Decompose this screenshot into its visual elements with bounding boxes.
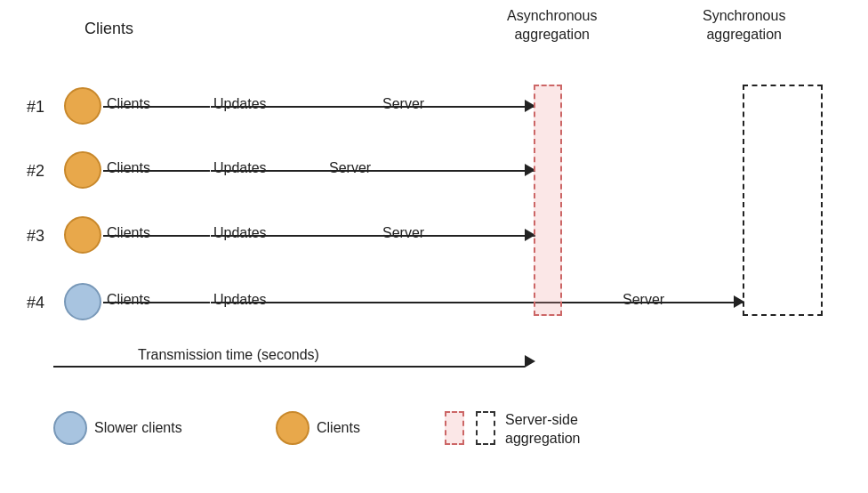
server2-label: Server (329, 160, 371, 176)
client4-label: Clients (107, 292, 150, 308)
row1-line2 (211, 106, 380, 108)
clients-header: Clients (84, 20, 133, 38)
row2-line3 (326, 170, 535, 172)
row2-line1 (103, 170, 210, 172)
client1-circle (64, 87, 101, 125)
server4-label: Server (623, 292, 664, 308)
sync-agg-box (743, 85, 823, 316)
client2-circle (64, 151, 101, 189)
client3-circle (64, 216, 101, 254)
diagram: Clients Asynchronous aggregation Synchro… (0, 0, 868, 493)
row3-line3 (380, 235, 535, 237)
row3-line1 (103, 235, 210, 237)
row1-line1 (103, 106, 210, 108)
async-agg-label: Asynchronous aggregation (507, 7, 597, 44)
sync-agg-label: Synchronous aggregation (703, 7, 785, 44)
async-agg-box (534, 85, 562, 316)
client4-circle (64, 283, 101, 320)
row2-line2 (211, 170, 326, 172)
client1-num: #1 (27, 98, 44, 117)
legend-clients-circle (276, 411, 309, 445)
row4-line1 (103, 302, 210, 303)
legend-server-side-label: Server-side aggregation (505, 411, 581, 449)
updates4-label: Updates (213, 292, 267, 308)
client1-label: Clients (107, 96, 150, 112)
legend-slower-label: Slower clients (94, 420, 182, 436)
row4-line3 (620, 302, 744, 303)
row3-line2 (211, 235, 380, 237)
transmission-line (53, 366, 525, 368)
server3-label: Server (382, 225, 424, 241)
updates3-label: Updates (213, 225, 267, 241)
client3-label: Clients (107, 225, 150, 241)
transmission-label: Transmission time (seconds) (138, 347, 319, 363)
updates1-label: Updates (213, 96, 267, 112)
client3-num: #3 (27, 227, 44, 246)
row4-line2 (211, 302, 629, 303)
client2-num: #2 (27, 162, 44, 181)
server1-label: Server (382, 96, 424, 112)
legend-clients-label: Clients (317, 420, 360, 436)
legend-pink-box (445, 411, 464, 445)
legend-dashed-box (476, 411, 495, 445)
legend-slower-circle (53, 411, 87, 445)
row1-line3 (380, 106, 535, 108)
client4-num: #4 (27, 294, 44, 312)
updates2-label: Updates (213, 160, 267, 176)
client2-label: Clients (107, 160, 150, 176)
transmission-arrow (525, 355, 535, 368)
